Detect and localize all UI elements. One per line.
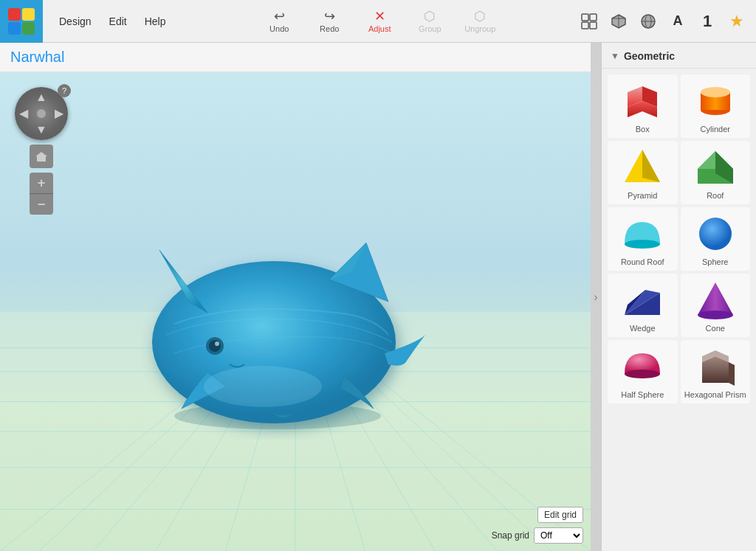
home-view-button[interactable]	[30, 145, 53, 168]
group-label: Group	[419, 24, 441, 33]
shape-cylinder-label: Cylinder	[701, 125, 730, 134]
panel-collapse-icon[interactable]: ▼	[611, 51, 619, 61]
shape-hex-prism-label: Hexagonal Prism	[684, 390, 746, 399]
shape-cone[interactable]: Cone	[681, 274, 751, 337]
shape-sphere[interactable]: Sphere	[681, 207, 751, 271]
svg-point-50	[698, 311, 733, 319]
svg-rect-0	[582, 14, 588, 21]
svg-point-51	[625, 370, 660, 378]
menu-help[interactable]: Help	[136, 0, 175, 42]
redo-label: Redo	[320, 24, 339, 33]
svg-rect-32	[37, 156, 46, 162]
svg-marker-54	[729, 362, 735, 386]
navigation-controls: ▲ ▼ ◀ ▶ ?	[15, 87, 68, 215]
viewport-bottom-controls: Edit grid Snap grid Off 0.1mm 0.5mm 1mm …	[492, 507, 583, 544]
ungroup-button[interactable]: ⬡ Ungroup	[456, 3, 504, 40]
toolbar-actions: ↩ Undo ↪ Redo ✕ Adjust ⬡ Group ⬡ Ungroup	[182, 3, 577, 40]
shape-cone-icon	[690, 278, 740, 322]
shape-half-sphere[interactable]: Half Sphere	[608, 340, 678, 403]
svg-point-45	[699, 218, 732, 250]
canvas-area: Narwhal	[0, 43, 591, 551]
svg-point-31	[204, 366, 322, 407]
toolbar-right: A 1 ★	[577, 10, 756, 33]
shape-wedge[interactable]: Wedge	[608, 274, 678, 337]
globe-icon[interactable]	[636, 10, 660, 33]
shape-round-roof[interactable]: Round Roof	[608, 207, 678, 271]
ungroup-label: Ungroup	[464, 24, 495, 33]
shape-wedge-icon	[617, 278, 667, 322]
shape-wedge-label: Wedge	[630, 324, 656, 333]
shape-roof-label: Roof	[707, 191, 724, 200]
help-badge[interactable]: ?	[58, 84, 71, 97]
project-title[interactable]: Narwhal	[10, 49, 64, 66]
shapes-panel-header: ▼ Geometric	[602, 43, 756, 69]
narwhal-model	[100, 206, 455, 442]
shape-pyramid[interactable]: Pyramid	[608, 141, 678, 204]
shape-pyramid-icon	[617, 145, 667, 190]
shape-sphere-icon	[690, 212, 740, 256]
svg-point-29	[209, 340, 221, 352]
snap-grid-row: Snap grid Off 0.1mm 0.5mm 1mm 2mm 5mm 10…	[492, 527, 583, 544]
menu-design[interactable]: Design	[50, 0, 100, 42]
svg-point-30	[215, 342, 219, 346]
svg-rect-2	[582, 22, 588, 29]
zoom-out-button[interactable]: −	[30, 194, 53, 215]
shape-roof[interactable]: Roof	[681, 141, 751, 204]
shape-pyramid-label: Pyramid	[628, 191, 657, 200]
svg-rect-1	[590, 14, 597, 21]
redo-button[interactable]: ↪ Redo	[306, 3, 353, 40]
svg-rect-3	[590, 22, 597, 29]
svg-point-44	[625, 240, 660, 249]
shape-cylinder-icon	[690, 79, 740, 123]
undo-icon: ↩	[274, 10, 285, 23]
shape-box-icon	[617, 79, 667, 123]
shapes-list: Box	[602, 69, 756, 551]
edit-grid-button[interactable]: Edit grid	[537, 507, 583, 523]
shape-half-sphere-label: Half Sphere	[621, 390, 664, 399]
toolbar: Design Edit Help ↩ Undo ↪ Redo ✕ Adjust …	[0, 0, 756, 43]
3d-viewport[interactable]: ▲ ▼ ◀ ▶ ?	[0, 72, 591, 551]
star-icon[interactable]: ★	[725, 10, 749, 33]
shape-box[interactable]: Box	[608, 74, 678, 138]
group-button[interactable]: ⬡ Group	[406, 3, 453, 40]
app-logo[interactable]	[0, 0, 43, 43]
group-icon: ⬡	[424, 10, 436, 23]
menu-bar: Design Edit Help	[43, 0, 182, 42]
compass-control[interactable]: ▲ ▼ ◀ ▶ ?	[15, 87, 68, 140]
adjust-button[interactable]: ✕ Adjust	[356, 3, 403, 40]
zoom-in-button[interactable]: +	[30, 173, 53, 193]
chevron-right-icon: ›	[594, 291, 597, 304]
shapes-panel-title: Geometric	[624, 50, 675, 62]
shape-round-roof-label: Round Roof	[621, 257, 664, 266]
ungroup-icon: ⬡	[474, 10, 486, 23]
svg-marker-49	[698, 283, 733, 315]
snap-grid-label: Snap grid	[492, 530, 529, 541]
letter-a-icon[interactable]: A	[666, 10, 690, 33]
menu-edit[interactable]: Edit	[100, 0, 136, 42]
shape-box-label: Box	[636, 125, 650, 134]
shapes-panel: ▼ Geometric	[601, 43, 756, 551]
sidebar-collapse-handle[interactable]: ›	[591, 43, 601, 551]
adjust-icon: ✕	[374, 10, 385, 23]
shape-hex-prism-icon	[690, 344, 740, 389]
zoom-controls: + −	[30, 173, 53, 215]
shape-cone-label: Cone	[706, 324, 725, 333]
main-content: Narwhal	[0, 43, 756, 551]
shape-round-roof-icon	[617, 212, 667, 256]
3d-cube-icon[interactable]	[607, 10, 630, 33]
grid-view-icon[interactable]	[577, 10, 601, 33]
adjust-label: Adjust	[368, 24, 391, 33]
undo-label: Undo	[269, 24, 289, 33]
shape-half-sphere-icon	[617, 344, 667, 389]
undo-button[interactable]: ↩ Undo	[255, 3, 303, 40]
svg-marker-40	[642, 150, 660, 182]
svg-point-38	[701, 87, 730, 97]
shape-sphere-label: Sphere	[702, 257, 728, 266]
canvas-title-bar: Narwhal	[0, 43, 591, 72]
shape-roof-icon	[690, 145, 740, 190]
shape-cylinder[interactable]: Cylinder	[681, 74, 751, 138]
shape-hex-prism[interactable]: Hexagonal Prism	[681, 340, 751, 403]
snap-grid-select[interactable]: Off 0.1mm 0.5mm 1mm 2mm 5mm 10mm	[534, 527, 583, 544]
number-1-icon[interactable]: 1	[695, 10, 719, 33]
redo-icon: ↪	[324, 10, 335, 23]
